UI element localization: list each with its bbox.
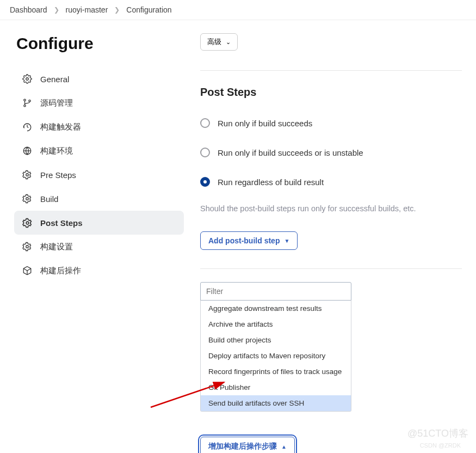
radio-run-if-succeeds-or-unstable[interactable]: Run only if build succeeds or is unstabl… [200, 148, 462, 157]
radio-run-if-succeeds[interactable]: Run only if build succeeds [200, 118, 462, 128]
page-title: Configure [16, 34, 184, 53]
svg-point-2 [24, 105, 26, 107]
radio-label: Run regardless of build result [218, 177, 324, 187]
advanced-button[interactable]: 高级 ⌄ [200, 33, 238, 51]
dropdown-item-build-other[interactable]: Build other projects [201, 332, 351, 348]
section-heading: Post Steps [200, 86, 462, 99]
divider [200, 268, 462, 269]
filter-input[interactable] [200, 282, 351, 301]
add-post-build-step-label: Add post-build step [208, 236, 280, 245]
svg-point-0 [26, 78, 29, 81]
radio-icon [200, 177, 210, 187]
sidebar-item-label: 构建环境 [40, 146, 73, 156]
cube-icon [22, 265, 33, 276]
svg-point-8 [26, 246, 29, 248]
breadcrumb-configuration[interactable]: Configuration [126, 5, 171, 14]
breadcrumb-project[interactable]: ruoyi-master [66, 5, 108, 14]
breadcrumb-dashboard[interactable]: Dashboard [10, 5, 47, 14]
sidebar-item-source[interactable]: 源码管理 [14, 91, 184, 115]
sidebar-item-post-steps[interactable]: Post Steps [14, 211, 184, 235]
sidebar-item-pre-steps[interactable]: Pre Steps [14, 163, 184, 187]
dropdown-list: Aggregate downstream test results Archiv… [200, 301, 351, 412]
dropdown-item-git-publisher[interactable]: Git Publisher [201, 379, 351, 395]
radio-run-regardless[interactable]: Run regardless of build result [200, 177, 462, 187]
sidebar-item-label: General [40, 75, 69, 84]
sidebar: Configure General 源码管理 构建触发器 构建环境 [14, 31, 184, 453]
svg-point-3 [29, 100, 30, 102]
sidebar-item-build-settings[interactable]: 构建设置 [14, 235, 184, 259]
sidebar-item-label: 构建设置 [40, 242, 73, 252]
svg-point-5 [26, 174, 29, 176]
chevron-down-icon: ⌄ [226, 39, 231, 46]
radio-icon [200, 118, 210, 128]
sidebar-item-label: Build [40, 194, 58, 204]
clock-icon [22, 121, 33, 132]
gear-icon [22, 74, 33, 84]
main-content: 高级 ⌄ Post Steps Run only if build succee… [200, 31, 462, 453]
sidebar-item-build[interactable]: Build [14, 187, 184, 211]
radio-label: Run only if build succeeds [218, 119, 312, 128]
caret-down-icon: ▼ [284, 238, 289, 244]
add-post-build-action-label: 增加构建后操作步骤 [208, 442, 277, 451]
radio-group-description: Should the post-build steps run only for… [200, 204, 462, 213]
sidebar-item-triggers[interactable]: 构建触发器 [14, 115, 184, 139]
sidebar-item-env[interactable]: 构建环境 [14, 139, 184, 163]
dropdown-item-aggregate[interactable]: Aggregate downstream test results [201, 301, 351, 316]
svg-point-7 [26, 222, 29, 224]
gear-icon [22, 193, 33, 204]
breadcrumb: Dashboard ❯ ruoyi-master ❯ Configuration [0, 0, 476, 20]
watermark: CSDN @ZRDK [420, 442, 461, 449]
gear-icon [22, 241, 33, 252]
dropdown-item-record-fingerprints[interactable]: Record fingerprints of files to track us… [201, 364, 351, 379]
branch-icon [22, 97, 33, 108]
gear-icon [22, 169, 33, 180]
dropdown-item-archive[interactable]: Archive the artifacts [201, 316, 351, 332]
watermark: @51CTO博客 [407, 427, 468, 440]
sidebar-item-general[interactable]: General [14, 67, 184, 91]
gear-icon [22, 217, 33, 228]
sidebar-item-label: Post Steps [40, 218, 83, 228]
sidebar-item-label: Pre Steps [40, 170, 76, 180]
chevron-right-icon: ❯ [54, 6, 59, 14]
sidebar-item-label: 构建后操作 [40, 266, 81, 276]
radio-label: Run only if build succeeds or is unstabl… [218, 148, 363, 157]
svg-point-6 [26, 198, 29, 200]
divider [200, 70, 462, 71]
radio-icon [200, 148, 210, 157]
chevron-right-icon: ❯ [114, 6, 120, 14]
sidebar-item-label: 源码管理 [40, 98, 73, 108]
caret-up-icon: ▲ [281, 444, 287, 450]
advanced-button-label: 高级 [207, 37, 221, 47]
sidebar-item-label: 构建触发器 [40, 122, 81, 132]
sidebar-item-post-build-actions[interactable]: 构建后操作 [14, 259, 184, 283]
dropdown-item-send-ssh[interactable]: Send build artifacts over SSH [201, 395, 351, 411]
svg-point-1 [24, 99, 26, 101]
globe-icon [22, 145, 33, 156]
post-build-step-dropdown: Aggregate downstream test results Archiv… [200, 282, 351, 412]
add-post-build-action-button[interactable]: 增加构建后操作步骤 ▲ [200, 437, 295, 453]
dropdown-item-deploy-maven[interactable]: Deploy artifacts to Maven repository [201, 348, 351, 364]
add-post-build-step-button[interactable]: Add post-build step ▼ [200, 231, 298, 250]
